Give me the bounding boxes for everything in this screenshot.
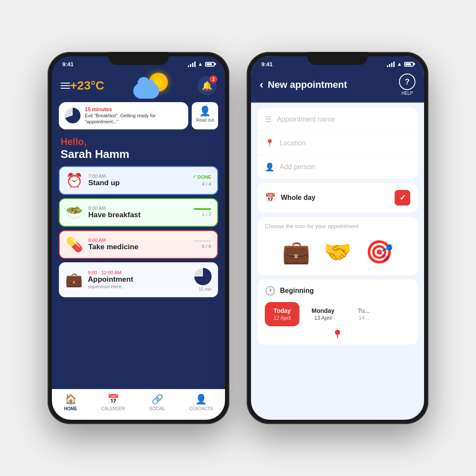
icon-picker-card: Choose the icon for your appointment 💼 🤝… [257,217,418,275]
date-today[interactable]: Today 12 April [265,302,299,326]
task-appointment[interactable]: 💼 9:00 - 12:00 AM Appointment supervisor… [59,262,218,297]
person-input[interactable] [280,163,410,171]
status-icons-right: ▲ [387,61,414,67]
wifi-icon: ▲ [198,61,203,67]
help-button[interactable]: ? HELP [399,74,415,96]
task-icon-medicine: 💊 [66,236,83,253]
notch-right [307,52,368,65]
icon-option-target[interactable]: 🎯 [362,235,396,269]
appointment-name-row: ☰ [257,108,418,132]
date-today-month: 12 April [273,315,291,321]
notification-bell[interactable]: 🔔 2 [197,76,216,95]
date-scroll: Today 12 April Monday 13 April Tu... 14.… [265,302,410,326]
calender-icon: 📅 [107,394,119,405]
reminder-card: 15 minutes Exit "Breakfast". Getting rea… [59,102,188,129]
nav-social[interactable]: 🔗 SOCIAL [149,394,165,411]
appointment-timer: 15 min [199,287,212,292]
date-tuesday[interactable]: Tu... 14... [347,302,381,326]
reminder-title: 15 minutes [85,106,182,113]
task-time-standup: 7:00 AM [88,174,187,179]
task-standup[interactable]: ⏰ 7:00 AM Stand up ✓ DONE 4 / 4 [59,166,218,195]
date-monday-day: Monday [312,307,334,314]
readout-button[interactable]: 👤 Read out [192,102,218,129]
readout-label: Read out [196,118,214,122]
battery-icon-right [404,62,414,67]
task-right-standup: ✓ DONE 4 / 4 [193,174,211,187]
task-name-standup: Stand up [88,179,187,187]
contacts-icon: 👤 [195,394,207,405]
date-tuesday-month: 14... [359,315,369,321]
page-title: New appointment [268,79,347,90]
task-icon-breakfast: 🥗 [66,204,83,221]
beginning-card: 🕐 Beginning Today 12 April Monday 13 Apr… [257,280,418,344]
screen-left: 9:41 ▲ [52,56,225,420]
user-name: Sarah Hamm [61,148,216,161]
toggle-checkmark[interactable]: ✓ [395,190,410,206]
task-content-medicine: 8:00 AM Take medicine [88,238,189,251]
signal-icon [188,61,196,67]
help-circle-icon: ? [399,74,415,90]
date-monday-month: 13 April [314,315,331,321]
task-medicine[interactable]: 💊 8:00 AM Take medicine 0 / 6 [59,230,218,259]
nav-calender[interactable]: 📅 CALENDER [101,394,125,411]
social-icon: 🔗 [151,394,163,405]
location-row: 📍 [257,132,418,155]
home-icon: 🏠 [65,394,77,405]
task-name-breakfast: Have breakfast [88,211,189,219]
pin-dot-icon [335,330,340,335]
task-right-appointment: 15 min [194,268,212,292]
pin-indicator [265,326,410,338]
signal-icon-right [387,61,395,67]
task-name-appointment: Appointment [88,275,189,284]
location-icon: 📍 [265,138,274,148]
notch-left [108,52,169,65]
whole-day-label: Whole day [281,194,389,202]
nav-contacts[interactable]: 👤 CONTACTS [190,394,213,411]
date-tuesday-day: Tu... [358,307,370,314]
task-name-medicine: Take medicine [88,243,189,251]
icon-option-handshake[interactable]: 🤝 [320,235,355,269]
time-left: 9:41 [62,61,74,68]
menu-button[interactable] [61,83,70,89]
greeting-area: Hello, Sarah Hamm [52,133,225,164]
whole-day-toggle[interactable]: 📅 Whole day ✓ [257,183,418,212]
tasks-area: ⏰ 7:00 AM Stand up ✓ DONE 4 / 4 🥗 8:00 A… [52,164,225,389]
hello-text: Hello, [61,136,216,148]
back-arrow-icon: ‹ [260,78,264,91]
clock-icon: 🕐 [265,286,276,296]
help-label: HELP [402,91,413,96]
header-left: +23°C 🔔 2 [52,69,225,100]
nav-calender-label: CALENDER [101,406,125,411]
wifi-icon-right: ▲ [397,61,402,67]
task-right-medicine: 0 / 6 [194,240,211,249]
reminder-text: 15 minutes Exit "Breakfast". Getting rea… [85,106,182,125]
form-area: ☰ 📍 👤 📅 Whole day ✓ [251,103,424,420]
task-done-standup: ✓ DONE [193,174,211,180]
icon-option-briefcase[interactable]: 💼 [279,235,313,269]
appointment-details-card: ☰ 📍 👤 [257,108,418,179]
date-today-day: Today [273,307,291,314]
notif-badge: 2 [209,75,217,83]
nav-social-label: SOCIAL [149,406,165,411]
location-input[interactable] [280,139,410,147]
nav-home[interactable]: 🏠 HOME [64,394,77,411]
task-content-breakfast: 8:00 AM Have breakfast [88,206,189,219]
icon-picker-label: Choose the icon for your appointment [265,223,410,229]
task-content-standup: 7:00 AM Stand up [88,174,187,187]
readout-icon: 👤 [199,106,211,117]
task-icon-standup: ⏰ [66,172,83,189]
task-right-breakfast: 1 / 2 [194,208,211,217]
task-progress-breakfast: 1 / 2 [202,212,211,217]
battery-icon [205,62,215,67]
task-time-medicine: 8:00 AM [88,238,189,243]
date-monday[interactable]: Monday 13 April [304,302,342,326]
nav-contacts-label: CONTACTS [190,406,213,411]
left-phone: 9:41 ▲ [48,52,229,424]
right-phone: 9:41 ▲ ‹ New [247,52,428,424]
screen-right: 9:41 ▲ ‹ New [251,56,424,420]
task-icon-appointment: 💼 [65,271,83,288]
back-button[interactable]: ‹ New appointment [260,78,347,91]
appointment-name-input[interactable] [277,116,410,123]
task-breakfast[interactable]: 🥗 8:00 AM Have breakfast 1 / 2 [59,198,218,227]
temperature: +23°C [70,79,104,93]
